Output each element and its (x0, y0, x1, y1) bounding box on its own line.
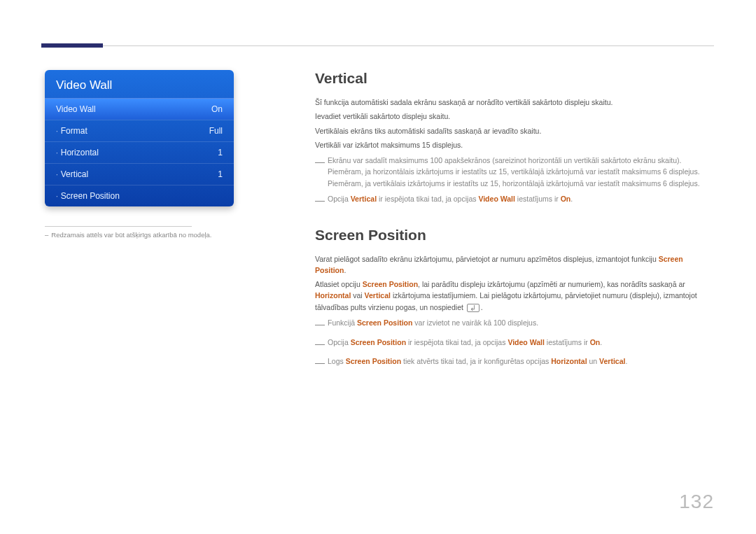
osd-value: 1 (218, 148, 223, 157)
note-body: Ekrānu var sadalīt maksimums 100 apakšek… (328, 155, 714, 189)
osd-menu: Video Wall Video Wall On ·Format Full ·H… (45, 70, 234, 206)
dash-icon: ― (315, 356, 328, 371)
osd-label: ·Vertical (56, 169, 218, 179)
note-body: Opcija Vertical ir iespējota tikai tad, … (328, 193, 714, 209)
image-disclaimer: –Redzamais attēls var būt atšķirīgs atka… (45, 231, 234, 239)
paragraph: Vertikāli var izkārtot maksimums 15 disp… (315, 139, 714, 150)
note-body: Logs Screen Position tiek atvērts tikai … (328, 356, 714, 371)
page-number: 132 (679, 491, 714, 513)
osd-value: Full (209, 126, 223, 136)
dash-icon: ― (315, 193, 328, 209)
osd-row-vertical[interactable]: ·Vertical 1 (45, 163, 234, 185)
footnote-rule (45, 226, 192, 227)
note-body: Opcija Screen Position ir iespējota tika… (328, 337, 714, 352)
osd-title: Video Wall (45, 70, 234, 98)
osd-value: On (211, 104, 223, 114)
left-column: Video Wall Video Wall On ·Format Full ·H… (45, 70, 234, 239)
osd-label: ·Format (56, 126, 209, 136)
right-column: Vertical Šī funkcija automātiski sadala … (315, 70, 714, 371)
header-accent (41, 43, 103, 48)
paragraph: Šī funkcija automātiski sadala ekrānu sa… (315, 97, 714, 108)
osd-row-video-wall[interactable]: Video Wall On (45, 98, 234, 120)
osd-label: ·Screen Position (56, 191, 223, 201)
dash-icon: ― (315, 317, 328, 332)
note: ― Opcija Vertical ir iespējota tikai tad… (315, 193, 714, 209)
osd-row-screen-position[interactable]: ·Screen Position (45, 185, 234, 206)
paragraph: Vertikālais ekrāns tiks automātiski sada… (315, 125, 714, 136)
dash-icon: ― (315, 155, 328, 189)
note: ― Ekrānu var sadalīt maksimums 100 apakš… (315, 155, 714, 189)
osd-row-horizontal[interactable]: ·Horizontal 1 (45, 141, 234, 163)
heading-screen-position: Screen Position (315, 227, 714, 244)
note: ― Opcija Screen Position ir iespējota ti… (315, 337, 714, 352)
paragraph: Atlasiet opciju Screen Position, lai par… (315, 279, 714, 313)
header-rule (103, 45, 714, 46)
paragraph: Ievadiet vertikāli sakārtoto displeju sk… (315, 111, 714, 122)
note-body: Funkcijā Screen Position var izvietot ne… (328, 317, 714, 332)
paragraph: Varat pielāgot sadalīto ekrānu izkārtoju… (315, 253, 714, 276)
osd-label: Video Wall (56, 104, 211, 114)
heading-vertical: Vertical (315, 70, 714, 87)
note: ― Funkcijā Screen Position var izvietot … (315, 317, 714, 332)
dash-icon: ― (315, 337, 328, 352)
enter-icon (467, 304, 479, 312)
osd-value: 1 (218, 169, 223, 179)
note: ― Logs Screen Position tiek atvērts tika… (315, 356, 714, 371)
osd-row-format[interactable]: ·Format Full (45, 120, 234, 141)
osd-label: ·Horizontal (56, 148, 218, 157)
